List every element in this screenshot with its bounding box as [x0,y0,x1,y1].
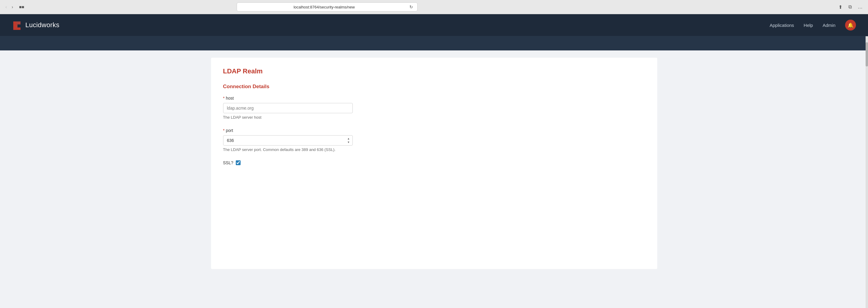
port-decrement-button[interactable]: ▼ [346,141,351,144]
tabs-button[interactable]: ⧉ [846,3,854,11]
port-input[interactable] [223,135,353,145]
main-content: LDAP Realm Connection Details * host The… [0,50,868,276]
host-required-star: * [223,96,225,101]
header-nav: Applications Help Admin 🔔 [770,20,856,30]
back-button[interactable]: ‹ [4,3,9,10]
port-label: * port [223,128,645,133]
nav-buttons: ‹ › ■■ [4,3,26,10]
browser-chrome: ‹ › ■■ ↻ ⬆ ⧉ … [0,0,868,14]
nav-admin[interactable]: Admin [823,23,835,28]
port-required-star: * [223,128,225,133]
host-input[interactable] [223,103,353,113]
port-spinners: ▲ ▼ [346,137,351,144]
logo-text: Lucidworks [25,21,59,29]
ssl-label[interactable]: SSL? [223,160,645,165]
scrollbar[interactable] [866,36,868,308]
forward-button[interactable]: › [10,3,15,10]
connection-details-heading: Connection Details [223,84,645,90]
notification-button[interactable]: 🔔 [845,20,856,30]
browser-actions: ⬆ ⧉ … [837,3,864,11]
logo-icon [12,20,22,30]
form-card: LDAP Realm Connection Details * host The… [211,58,657,269]
page-title: LDAP Realm [223,67,645,75]
app-header: Lucidworks Applications Help Admin 🔔 [0,14,868,36]
port-increment-button[interactable]: ▲ [346,137,351,140]
ssl-field-group: SSL? [223,160,645,165]
nav-applications[interactable]: Applications [770,23,794,28]
more-button[interactable]: … [856,3,864,11]
scrollbar-thumb[interactable] [866,42,868,66]
logo-area: Lucidworks [12,20,59,30]
sidebar-toggle-button[interactable]: ■■ [17,3,26,10]
ssl-checkbox[interactable] [236,160,241,165]
port-description: The LDAP server port. Common defaults ar… [223,147,645,152]
svg-marker-1 [16,22,21,27]
port-field-group: * port ▲ ▼ The LDAP server port. Common … [223,128,645,152]
port-input-wrapper: ▲ ▼ [223,135,353,145]
address-bar[interactable] [240,5,408,9]
notification-icon: 🔔 [847,22,854,28]
sub-header [0,36,868,50]
nav-help[interactable]: Help [804,23,813,28]
share-button[interactable]: ⬆ [837,3,844,11]
host-field-group: * host The LDAP server host [223,96,645,119]
address-bar-wrapper: ↻ [237,2,417,11]
host-description: The LDAP server host [223,115,645,119]
ssl-label-text: SSL? [223,160,234,165]
host-label: * host [223,96,645,101]
reload-button[interactable]: ↻ [408,4,414,10]
